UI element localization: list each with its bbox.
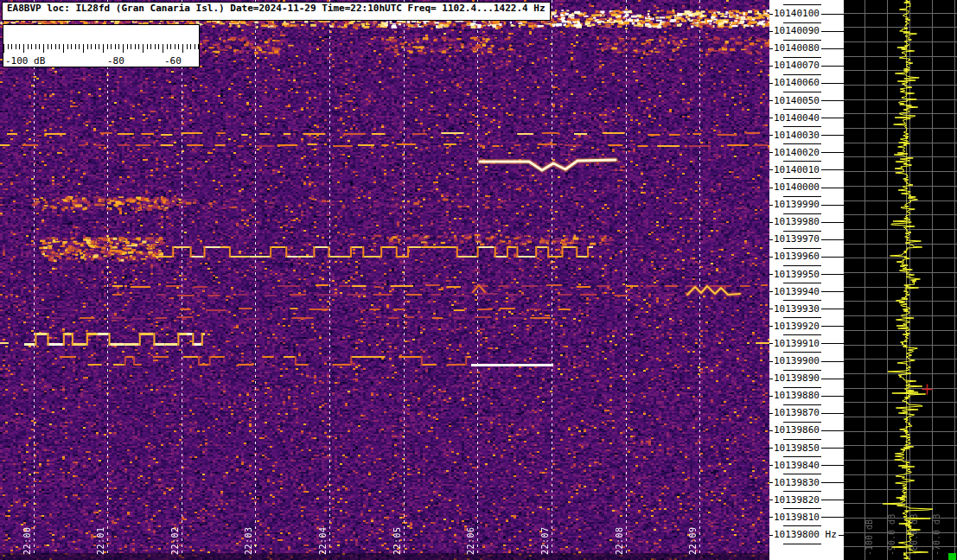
scale-tick [769,31,773,32]
scale-tick [821,413,844,414]
scale-tick [783,143,821,144]
freq-label: 10139960 [774,251,820,262]
scale-tick [821,379,844,379]
time-label: 22:01 [96,526,105,555]
scale-tick [769,448,773,449]
freq-label: 10139940 [774,286,820,297]
scale-tick [821,188,844,188]
scale-tick [769,500,773,500]
scale-tick [783,334,821,335]
scale-tick [769,517,773,518]
scale-tick [769,430,773,431]
scale-tick [821,239,844,240]
scale-tick [783,231,821,232]
scale-tick [783,126,821,127]
scale-tick [769,396,773,397]
scale-tick [783,57,821,58]
scale-tick [783,178,821,179]
colormap-legend: -100 dB -80 -60 [3,24,200,67]
freq-label: 10139860 [774,424,820,436]
scale-tick [821,448,844,449]
scale-tick [783,74,821,75]
scale-tick [769,169,773,170]
scale-tick [783,283,821,283]
time-label: 22:03 [244,526,253,555]
freq-label: 10139820 [774,494,820,506]
scale-tick [783,196,821,197]
scale-tick [821,274,844,275]
time-label: 22:05 [392,526,402,555]
time-label: 22:06 [466,526,475,555]
time-label: 22:09 [688,526,698,555]
scale-tick [821,396,844,397]
scale-tick [769,135,773,136]
scale-tick [783,439,821,440]
scale-tick [821,257,844,258]
freq-label: 10140030 [774,130,820,141]
scale-tick [769,222,773,223]
scale-tick [821,205,844,206]
scale-tick [783,248,821,249]
scale-tick [783,370,821,371]
freq-label: 10139910 [774,338,820,349]
freq-label: 10140010 [774,164,820,175]
scale-tick [821,500,844,500]
title-text: EA8BVP loc: IL28fd (Gran Canaria Isl.) D… [7,3,545,14]
time-label: 22:04 [318,526,328,555]
legend-label-mid: -80 [107,55,124,67]
scale-tick [783,300,821,301]
legend-scale: -100 dB -80 -60 [3,44,199,67]
freq-label: 10140000 [774,181,820,193]
freq-label: 10140020 [774,147,820,158]
time-label: 22:07 [540,526,550,555]
scale-tick [839,535,844,536]
freq-label: 10139800 Hz [774,529,837,540]
scale-tick [783,508,821,509]
freq-label: 10140080 [774,42,820,54]
scale-tick [783,213,821,214]
scale-tick [783,4,821,5]
freq-label: 10139850 [774,442,820,454]
scale-tick [821,66,844,67]
freq-label: 10139930 [774,303,820,315]
scale-tick [821,152,844,153]
scale-tick [769,465,773,466]
scale-tick [821,48,844,49]
scale-tick [769,535,773,536]
scale-tick [821,169,844,170]
scale-tick [783,40,821,41]
scale-tick [821,14,844,15]
freq-label: 10140070 [774,60,820,71]
scale-tick [783,161,821,162]
freq-label: 10140040 [774,112,820,124]
scale-tick [769,274,773,275]
scale-tick [769,118,773,118]
freq-label: 10140050 [774,95,820,106]
title-bar: EA8BVP loc: IL28fd (Gran Canaria Isl.) D… [2,2,551,21]
scale-tick [769,14,773,15]
freq-label: 10139920 [774,321,820,332]
scale-tick [769,66,773,67]
scale-tick [769,205,773,206]
scale-tick [783,525,821,526]
scale-tick [821,222,844,223]
time-label: 22:08 [615,526,624,555]
legend-label-max: -60 [164,55,182,67]
scale-tick [783,22,821,23]
scale-tick [821,31,844,32]
scale-tick [821,517,844,518]
scale-tick [821,100,844,101]
scale-tick [769,100,773,101]
freq-label: 10139830 [774,477,820,488]
scale-tick [769,413,773,414]
scale-tick [783,474,821,474]
freq-label: 10139980 [774,216,820,227]
scale-tick [769,343,773,344]
freq-label: 10139890 [774,372,820,384]
time-label: 22:02 [170,526,180,555]
scale-tick [821,361,844,362]
scale-tick [769,309,773,309]
scale-tick [783,265,821,266]
scale-tick [769,188,773,188]
time-label: 22:00 [22,526,32,555]
